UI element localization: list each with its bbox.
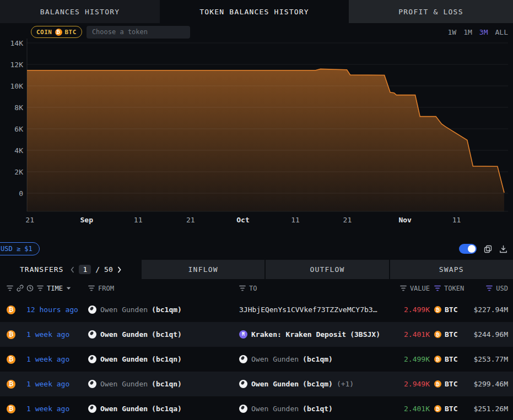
entity-avatar-icon xyxy=(88,355,96,363)
coin-filter-token: BTC xyxy=(65,29,77,36)
transfer-value: 2.401K xyxy=(387,330,430,339)
btc-icon: ₿ xyxy=(434,405,441,412)
transfer-time-link[interactable]: 1 week ago xyxy=(26,355,69,363)
entity-avatar-icon xyxy=(88,306,96,314)
range-1m-button[interactable]: 1M xyxy=(463,28,472,36)
transfers-table-body: ₿12 hours agoOwen Gunden(bc1qm)3JHbjEQen… xyxy=(0,297,513,420)
pagination: 1 / 50 xyxy=(70,265,121,274)
entity-address[interactable]: (bc1qm) xyxy=(303,355,333,363)
entity-name[interactable]: Owen Gunden xyxy=(251,355,299,363)
btc-icon: ₿ xyxy=(7,355,15,364)
filter-icon[interactable] xyxy=(400,285,407,291)
table-row[interactable]: ₿1 week agoOwen Gunden(bc1qn)Owen Gunden… xyxy=(0,347,513,372)
token-cell[interactable]: ₿BTC xyxy=(430,330,464,339)
tab-transfers[interactable]: TRANSFERS 1 / 50 xyxy=(0,260,141,279)
kraken-icon: M xyxy=(239,330,247,339)
filter-icon[interactable] xyxy=(7,285,13,291)
next-page-icon[interactable] xyxy=(117,266,122,273)
clock-icon[interactable] xyxy=(26,285,34,292)
address-text[interactable]: 3JHbjEQenYs1CVVkef73TZZveMCY7b3… xyxy=(239,306,377,314)
table-header: TIME FROM TO VALUE TOKEN USD xyxy=(0,279,513,297)
entity-name[interactable]: Owen Gunden xyxy=(100,405,148,413)
entity-name[interactable]: Owen Gunden xyxy=(251,380,299,388)
page-separator: / xyxy=(95,265,100,274)
entity-name[interactable]: Owen Gunden xyxy=(100,355,148,363)
svg-text:2K: 2K xyxy=(14,168,23,176)
filter-icon-active[interactable] xyxy=(486,285,493,291)
usd-value: $244.96M xyxy=(464,330,508,339)
range-all-button[interactable]: ALL xyxy=(495,28,508,36)
btc-icon: ₿ xyxy=(55,29,62,36)
transfer-value: 2.949K xyxy=(387,380,430,388)
chevron-down-icon[interactable] xyxy=(66,287,71,290)
btc-icon: ₿ xyxy=(7,405,15,413)
range-1w-button[interactable]: 1W xyxy=(448,28,457,36)
svg-text:Sep: Sep xyxy=(80,216,94,224)
entity-name[interactable]: Owen Gunden xyxy=(251,405,299,413)
tab-profit-and-loss[interactable]: PROFIT & LOSS xyxy=(349,0,513,23)
token-cell[interactable]: ₿BTC xyxy=(430,306,464,314)
transfer-time-link[interactable]: 1 week ago xyxy=(26,330,69,339)
token-cell[interactable]: ₿BTC xyxy=(430,355,464,363)
token-search-input[interactable]: Choose a token xyxy=(87,26,190,39)
tab-token-balances-history[interactable]: TOKEN BALANCES HISTORY xyxy=(160,0,349,23)
entity-address[interactable]: (3BSJX) xyxy=(350,330,380,339)
column-header-token[interactable]: TOKEN xyxy=(444,285,464,292)
usd-toggle[interactable] xyxy=(459,244,477,254)
token-symbol: BTC xyxy=(445,405,457,413)
svg-text:21: 21 xyxy=(343,216,352,224)
column-header-to[interactable]: TO xyxy=(249,285,257,292)
chart-controls: COIN ₿ BTC Choose a token 1W 1M 3M ALL xyxy=(0,25,513,39)
balance-chart-svg[interactable]: 14K12K10K8K6K4K2K021Sep1121Oct1121Nov11 xyxy=(0,23,513,238)
table-row[interactable]: ₿1 week agoOwen Gunden(bc1qt)MKraken: Kr… xyxy=(0,322,513,347)
column-header-time[interactable]: TIME xyxy=(47,285,63,292)
entity-address[interactable]: (bc1qn) xyxy=(152,355,182,363)
entity-name[interactable]: Owen Gunden xyxy=(100,330,148,339)
column-header-value[interactable]: VALUE xyxy=(410,285,430,292)
link-icon[interactable] xyxy=(17,285,24,292)
svg-text:21: 21 xyxy=(25,216,34,224)
transfer-time-link[interactable]: 1 week ago xyxy=(26,380,69,388)
table-row[interactable]: ₿12 hours agoOwen Gunden(bc1qm)3JHbjEQen… xyxy=(0,297,513,322)
svg-text:Nov: Nov xyxy=(398,216,412,224)
entity-name[interactable]: Kraken: Kraken Deposit xyxy=(251,330,346,339)
copy-icon[interactable] xyxy=(484,245,492,253)
download-icon[interactable] xyxy=(499,245,507,253)
table-row[interactable]: ₿1 week agoOwen Gunden(bc1qn)Owen Gunden… xyxy=(0,372,513,396)
range-3m-button[interactable]: 3M xyxy=(479,28,488,36)
tab-swaps[interactable]: SWAPS xyxy=(390,260,513,279)
column-header-usd[interactable]: USD xyxy=(496,285,508,292)
svg-text:14K: 14K xyxy=(10,39,24,47)
svg-text:Oct: Oct xyxy=(236,216,249,224)
filter-icon[interactable] xyxy=(37,285,44,291)
entity-name[interactable]: Owen Gunden xyxy=(100,380,148,388)
usd-threshold-filter-pill[interactable]: USD ≥ $1 xyxy=(0,242,40,255)
prev-page-icon[interactable] xyxy=(70,266,74,273)
entity-name[interactable]: Owen Gunden xyxy=(100,306,148,314)
current-page: 1 xyxy=(79,265,91,274)
column-header-from[interactable]: FROM xyxy=(98,285,114,292)
tab-inflow[interactable]: INFLOW xyxy=(142,260,264,279)
transfer-time-link[interactable]: 12 hours ago xyxy=(26,306,78,314)
entity-address[interactable]: (bc1qm) xyxy=(152,306,182,314)
entity-address[interactable]: (bc1qm) xyxy=(303,380,333,388)
token-cell[interactable]: ₿BTC xyxy=(430,405,464,413)
table-row[interactable]: ₿1 week agoOwen Gunden(bc1qa)Owen Gunden… xyxy=(0,396,513,420)
token-cell[interactable]: ₿BTC xyxy=(430,380,464,388)
tab-outflow[interactable]: OUTFLOW xyxy=(266,260,388,279)
filter-icon[interactable] xyxy=(239,285,246,291)
entity-address[interactable]: (bc1qa) xyxy=(152,405,182,413)
btc-icon: ₿ xyxy=(434,380,441,388)
entity-address[interactable]: (bc1qn) xyxy=(152,380,182,388)
entity-address[interactable]: (bc1qt) xyxy=(303,405,333,413)
filter-icon[interactable] xyxy=(88,285,95,291)
transfer-time-link[interactable]: 1 week ago xyxy=(26,405,69,413)
btc-icon: ₿ xyxy=(434,356,441,363)
coin-filter-pill[interactable]: COIN ₿ BTC xyxy=(31,26,82,38)
tab-balances-history[interactable]: BALANCES HISTORY xyxy=(0,0,160,23)
entity-address[interactable]: (bc1qt) xyxy=(152,330,182,339)
additional-count[interactable]: (+1) xyxy=(337,380,354,388)
entity-avatar-icon xyxy=(88,405,96,413)
filter-icon-active[interactable] xyxy=(434,285,441,291)
token-symbol: BTC xyxy=(445,306,457,314)
